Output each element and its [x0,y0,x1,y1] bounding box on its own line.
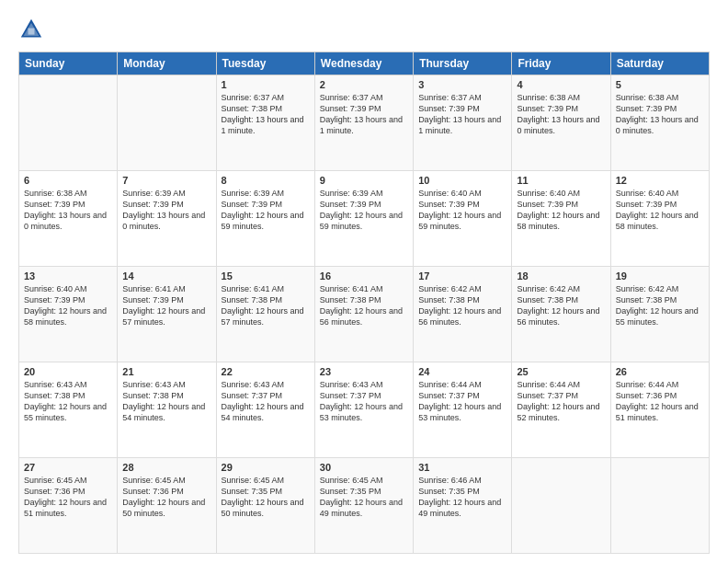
day-number: 16 [320,270,408,282]
day-info: Sunrise: 6:44 AM Sunset: 7:37 PM Dayligh… [517,380,599,422]
day-number: 15 [222,270,310,282]
calendar-cell: 23Sunrise: 6:43 AM Sunset: 7:37 PM Dayli… [314,362,413,458]
day-number: 28 [122,462,210,473]
day-number: 31 [418,462,506,473]
day-number: 17 [418,270,506,282]
calendar-cell: 12Sunrise: 6:40 AM Sunset: 7:39 PM Dayli… [610,171,709,267]
day-number: 12 [616,175,704,186]
day-number: 10 [418,175,506,186]
day-info: Sunrise: 6:38 AM Sunset: 7:39 PM Dayligh… [517,93,599,135]
calendar-cell [19,75,118,171]
day-info: Sunrise: 6:41 AM Sunset: 7:38 PM Dayligh… [222,284,304,327]
day-number: 26 [616,366,704,377]
day-number: 27 [24,462,112,473]
calendar-cell: 9Sunrise: 6:39 AM Sunset: 7:39 PM Daylig… [314,171,413,267]
day-number: 29 [222,462,310,473]
day-info: Sunrise: 6:41 AM Sunset: 7:39 PM Dayligh… [122,284,205,327]
calendar-table: SundayMondayTuesdayWednesdayThursdayFrid… [18,52,710,554]
day-number: 6 [24,175,112,186]
calendar-cell: 6Sunrise: 6:38 AM Sunset: 7:39 PM Daylig… [19,171,118,267]
calendar-cell: 8Sunrise: 6:39 AM Sunset: 7:39 PM Daylig… [216,171,314,267]
calendar-cell: 25Sunrise: 6:44 AM Sunset: 7:37 PM Dayli… [512,362,610,458]
calendar-cell: 28Sunrise: 6:45 AM Sunset: 7:36 PM Dayli… [118,458,216,554]
page: SundayMondayTuesdayWednesdayThursdayFrid… [0,0,728,563]
calendar-cell: 2Sunrise: 6:37 AM Sunset: 7:39 PM Daylig… [314,75,413,171]
day-info: Sunrise: 6:37 AM Sunset: 7:38 PM Dayligh… [222,93,304,135]
calendar-body: 1Sunrise: 6:37 AM Sunset: 7:38 PM Daylig… [19,75,710,554]
day-number: 9 [320,175,408,186]
calendar-cell: 21Sunrise: 6:43 AM Sunset: 7:38 PM Dayli… [118,362,216,458]
day-info: Sunrise: 6:42 AM Sunset: 7:38 PM Dayligh… [517,284,599,327]
day-info: Sunrise: 6:45 AM Sunset: 7:36 PM Dayligh… [24,476,107,518]
logo-icon [18,17,44,42]
weekday-header: Thursday [414,52,512,75]
weekday-header: Tuesday [216,52,314,75]
calendar-cell: 13Sunrise: 6:40 AM Sunset: 7:39 PM Dayli… [19,267,118,362]
header [18,17,710,42]
calendar-cell: 4Sunrise: 6:38 AM Sunset: 7:39 PM Daylig… [512,75,610,171]
day-info: Sunrise: 6:43 AM Sunset: 7:38 PM Dayligh… [24,380,107,422]
calendar-cell: 17Sunrise: 6:42 AM Sunset: 7:38 PM Dayli… [414,267,512,362]
day-info: Sunrise: 6:38 AM Sunset: 7:39 PM Dayligh… [616,93,699,135]
day-number: 14 [122,270,210,282]
calendar-cell [118,75,216,171]
calendar-cell: 3Sunrise: 6:37 AM Sunset: 7:39 PM Daylig… [414,75,512,171]
day-number: 2 [320,79,408,90]
day-info: Sunrise: 6:37 AM Sunset: 7:39 PM Dayligh… [320,93,403,135]
calendar-cell: 22Sunrise: 6:43 AM Sunset: 7:37 PM Dayli… [216,362,314,458]
weekday-header: Friday [512,52,610,75]
calendar-cell: 24Sunrise: 6:44 AM Sunset: 7:37 PM Dayli… [414,362,512,458]
calendar-cell: 19Sunrise: 6:42 AM Sunset: 7:38 PM Dayli… [610,267,709,362]
day-info: Sunrise: 6:39 AM Sunset: 7:39 PM Dayligh… [222,189,304,231]
day-info: Sunrise: 6:45 AM Sunset: 7:35 PM Dayligh… [320,476,403,518]
day-number: 30 [320,462,408,473]
calendar-week-row: 27Sunrise: 6:45 AM Sunset: 7:36 PM Dayli… [19,458,710,554]
logo [18,17,48,42]
day-number: 11 [517,175,605,186]
calendar-cell: 11Sunrise: 6:40 AM Sunset: 7:39 PM Dayli… [512,171,610,267]
day-info: Sunrise: 6:37 AM Sunset: 7:39 PM Dayligh… [418,93,501,135]
day-info: Sunrise: 6:45 AM Sunset: 7:36 PM Dayligh… [122,476,205,518]
calendar-cell: 14Sunrise: 6:41 AM Sunset: 7:39 PM Dayli… [118,267,216,362]
calendar-cell [512,458,610,554]
calendar-header: SundayMondayTuesdayWednesdayThursdayFrid… [19,52,710,75]
day-info: Sunrise: 6:46 AM Sunset: 7:35 PM Dayligh… [418,476,501,518]
calendar-week-row: 13Sunrise: 6:40 AM Sunset: 7:39 PM Dayli… [19,267,710,362]
calendar-cell: 30Sunrise: 6:45 AM Sunset: 7:35 PM Dayli… [314,458,413,554]
weekday-header: Saturday [610,52,709,75]
day-number: 1 [222,79,310,90]
day-info: Sunrise: 6:41 AM Sunset: 7:38 PM Dayligh… [320,284,403,327]
weekday-header: Monday [118,52,216,75]
calendar-cell: 1Sunrise: 6:37 AM Sunset: 7:38 PM Daylig… [216,75,314,171]
day-number: 4 [517,79,605,90]
day-number: 21 [122,366,210,377]
calendar-week-row: 1Sunrise: 6:37 AM Sunset: 7:38 PM Daylig… [19,75,710,171]
day-number: 19 [616,270,704,282]
day-info: Sunrise: 6:43 AM Sunset: 7:38 PM Dayligh… [122,380,205,422]
svg-rect-2 [28,29,35,35]
calendar-cell: 26Sunrise: 6:44 AM Sunset: 7:36 PM Dayli… [610,362,709,458]
day-info: Sunrise: 6:40 AM Sunset: 7:39 PM Dayligh… [24,284,107,327]
day-info: Sunrise: 6:44 AM Sunset: 7:37 PM Dayligh… [418,380,501,422]
day-number: 13 [24,270,112,282]
day-info: Sunrise: 6:42 AM Sunset: 7:38 PM Dayligh… [418,284,501,327]
calendar-cell: 15Sunrise: 6:41 AM Sunset: 7:38 PM Dayli… [216,267,314,362]
calendar-cell: 20Sunrise: 6:43 AM Sunset: 7:38 PM Dayli… [19,362,118,458]
weekday-row: SundayMondayTuesdayWednesdayThursdayFrid… [19,52,710,75]
calendar-cell: 5Sunrise: 6:38 AM Sunset: 7:39 PM Daylig… [610,75,709,171]
day-info: Sunrise: 6:39 AM Sunset: 7:39 PM Dayligh… [320,189,403,231]
day-info: Sunrise: 6:39 AM Sunset: 7:39 PM Dayligh… [122,189,205,231]
calendar-cell: 27Sunrise: 6:45 AM Sunset: 7:36 PM Dayli… [19,458,118,554]
day-number: 18 [517,270,605,282]
day-info: Sunrise: 6:40 AM Sunset: 7:39 PM Dayligh… [418,189,501,231]
day-number: 3 [418,79,506,90]
day-info: Sunrise: 6:45 AM Sunset: 7:35 PM Dayligh… [222,476,304,518]
day-number: 25 [517,366,605,377]
day-number: 22 [222,366,310,377]
day-info: Sunrise: 6:38 AM Sunset: 7:39 PM Dayligh… [24,189,107,231]
day-info: Sunrise: 6:43 AM Sunset: 7:37 PM Dayligh… [320,380,403,422]
day-number: 23 [320,366,408,377]
day-number: 8 [222,175,310,186]
calendar-cell: 29Sunrise: 6:45 AM Sunset: 7:35 PM Dayli… [216,458,314,554]
day-number: 5 [616,79,704,90]
